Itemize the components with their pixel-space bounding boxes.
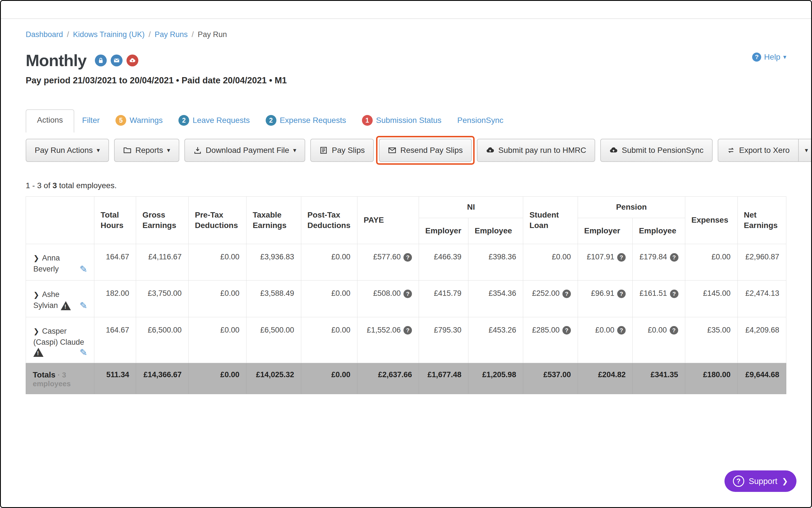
cell-pension-employer: £107.91 — [578, 244, 633, 281]
cell-pension-employee: £179.84 — [632, 244, 685, 281]
info-icon[interactable] — [670, 253, 678, 262]
cell-net-earnings: £2,960.87 — [737, 244, 786, 281]
tab-leave-requests[interactable]: 2 Leave Requests — [171, 109, 257, 132]
info-icon[interactable] — [670, 326, 678, 335]
cell-posttax-deductions: £0.00 — [301, 244, 357, 281]
export-xero-split-button: Export to Xero — [718, 139, 812, 162]
total-student-loan: £537.00 — [523, 363, 578, 394]
resend-pay-slips-highlight: Resend Pay Slips — [379, 139, 472, 162]
submit-pensionsync-button[interactable]: Submit to PensionSync — [600, 139, 713, 162]
info-icon[interactable] — [617, 290, 626, 298]
tab-actions[interactable]: Actions — [26, 109, 74, 132]
totals-row: Totals · 3 employees 511.34 £14,366.67 £… — [26, 363, 786, 394]
export-xero-button[interactable]: Export to Xero — [718, 139, 799, 162]
info-icon[interactable] — [617, 326, 626, 335]
cloud-upload-icon — [609, 146, 618, 155]
pay-run-actions-button[interactable]: Pay Run Actions — [26, 139, 109, 162]
help-icon — [752, 52, 761, 61]
info-icon[interactable] — [617, 253, 626, 262]
cell-ni-employee: £354.36 — [468, 281, 523, 317]
info-icon[interactable] — [403, 253, 412, 262]
cell-expenses: £0.00 — [685, 244, 737, 281]
info-icon[interactable] — [562, 290, 571, 298]
info-icon[interactable] — [403, 290, 412, 298]
export-xero-dropdown-button[interactable] — [799, 139, 812, 162]
expand-row-icon[interactable] — [33, 253, 39, 263]
info-icon[interactable] — [403, 326, 412, 335]
cell-ni-employer: £466.39 — [419, 244, 468, 281]
total-ni-employee: £1,205.98 — [468, 363, 523, 394]
submission-status-badge: 1 — [362, 115, 373, 126]
warnings-badge: 5 — [115, 115, 126, 126]
breadcrumb-link-pay-runs[interactable]: Pay Runs — [155, 30, 188, 39]
employee-name: Casper — [42, 326, 66, 337]
group-header-ni: NI — [419, 197, 523, 218]
sync-arrows-icon — [727, 146, 735, 155]
help-menu[interactable]: Help — [752, 52, 786, 61]
expand-row-icon[interactable] — [33, 290, 39, 300]
cell-gross-earnings: £3,750.00 — [136, 281, 189, 317]
tab-submission-status[interactable]: 1 Submission Status — [354, 109, 449, 132]
breadcrumb: Dashboard / Kidows Training (UK) / Pay R… — [26, 30, 786, 39]
cell-pretax-deductions: £0.00 — [189, 281, 246, 317]
col-header-gross-earnings: Gross Earnings — [136, 197, 189, 244]
cloud-upload-icon — [486, 146, 494, 155]
mail-sent-icon — [111, 54, 123, 67]
download-icon — [193, 146, 202, 155]
page-title: Monthly — [26, 51, 86, 70]
employee-name-cell: Ashe Sylvian — [26, 281, 94, 317]
employee-row: Ashe Sylvian 182.00 £3,750.00 £0.00 £3,5… — [26, 281, 786, 317]
actions-toolbar: Pay Run Actions Reports Download Payment… — [26, 139, 786, 162]
folder-icon — [123, 146, 132, 155]
tab-warnings[interactable]: 5 Warnings — [107, 109, 171, 132]
reports-button[interactable]: Reports — [114, 139, 179, 162]
col-header-expenses: Expenses — [685, 197, 737, 244]
employee-count-summary: 1 - 3 of 3 total employees. — [26, 181, 786, 190]
cell-expenses: £35.00 — [685, 317, 737, 363]
tab-expense-requests[interactable]: 2 Expense Requests — [258, 109, 354, 132]
tab-filter[interactable]: Filter — [74, 109, 107, 132]
pay-slips-button[interactable]: Pay Slips — [310, 139, 374, 162]
tab-pensionsync[interactable]: PensionSync — [449, 109, 511, 132]
cell-pension-employee: £161.51 — [632, 281, 685, 317]
edit-pencil-icon[interactable] — [80, 348, 88, 357]
cell-pension-employer: £0.00 — [578, 317, 633, 363]
cell-student-loan: £252.00 — [523, 281, 578, 317]
employee-name-cell: Casper (Caspi) Claude — [26, 317, 94, 363]
cell-paye: £1,552.06 — [357, 317, 419, 363]
payslip-icon — [319, 146, 328, 155]
chevron-down-icon — [293, 147, 296, 154]
cell-pretax-deductions: £0.00 — [189, 244, 246, 281]
employee-row: Casper (Caspi) Claude 164.67 £6,500.00 £… — [26, 317, 786, 363]
resend-pay-slips-button[interactable]: Resend Pay Slips — [379, 139, 472, 162]
cell-pension-employee: £0.00 — [632, 317, 685, 363]
total-pension-employer: £204.82 — [578, 363, 633, 394]
info-icon[interactable] — [562, 326, 571, 335]
cell-student-loan: £0.00 — [523, 244, 578, 281]
edit-pencil-icon[interactable] — [80, 301, 88, 310]
col-header-student-loan: Student Loan — [523, 197, 578, 244]
col-header-ni-employee: Employee — [468, 218, 523, 244]
cell-paye: £508.00 — [357, 281, 419, 317]
pay-run-page: Dashboard / Kidows Training (UK) / Pay R… — [0, 0, 812, 508]
cell-ni-employee: £453.26 — [468, 317, 523, 363]
total-expenses: £180.00 — [685, 363, 737, 394]
cell-total-hours: 182.00 — [94, 281, 136, 317]
col-header-pension-employee: Employee — [632, 218, 685, 244]
employee-name: Ashe — [42, 289, 59, 300]
chevron-right-icon — [782, 477, 788, 486]
info-icon[interactable] — [670, 290, 678, 298]
chevron-down-icon — [805, 147, 808, 154]
support-button[interactable]: Support — [724, 470, 797, 492]
chevron-down-icon — [97, 147, 100, 154]
edit-pencil-icon[interactable] — [80, 264, 88, 274]
submit-hmrc-button[interactable]: Submit pay run to HMRC — [477, 139, 595, 162]
cell-ni-employer: £415.79 — [419, 281, 468, 317]
breadcrumb-link-business[interactable]: Kidows Training (UK) — [73, 30, 145, 39]
total-gross: £14,366.67 — [136, 363, 189, 394]
expand-row-icon[interactable] — [33, 326, 39, 336]
breadcrumb-link-dashboard[interactable]: Dashboard — [26, 30, 63, 39]
download-payment-file-button[interactable]: Download Payment File — [184, 139, 305, 162]
lock-icon — [95, 54, 107, 67]
question-circle-icon — [733, 475, 744, 487]
